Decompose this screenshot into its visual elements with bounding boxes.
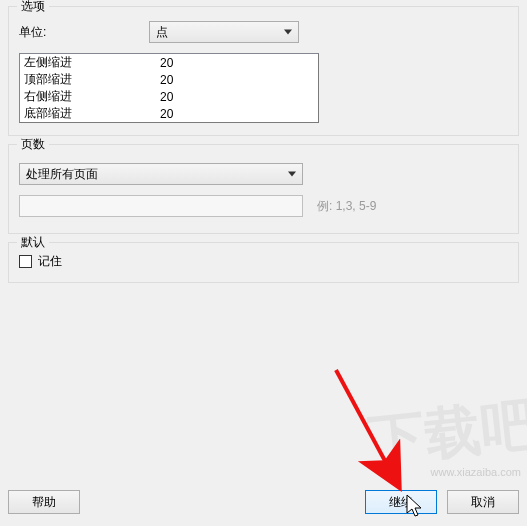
margin-key: 底部缩进: [20, 105, 158, 122]
help-button[interactable]: 帮助: [8, 490, 80, 514]
margin-key: 顶部缩进: [20, 71, 158, 88]
defaults-group: 默认 记住: [8, 242, 519, 283]
svg-line-0: [336, 370, 398, 485]
remember-checkbox-row[interactable]: 记住: [19, 253, 508, 270]
margin-val: 20: [158, 73, 173, 87]
unit-select-wrap[interactable]: [149, 21, 299, 43]
margin-val: 20: [158, 90, 173, 104]
unit-select[interactable]: [149, 21, 299, 43]
list-item[interactable]: 左侧缩进 20: [20, 54, 318, 71]
list-item[interactable]: 顶部缩进 20: [20, 71, 318, 88]
list-item[interactable]: 右侧缩进 20: [20, 88, 318, 105]
unit-label: 单位:: [19, 24, 149, 41]
page-scope-select-wrap[interactable]: [19, 163, 303, 185]
margin-key: 右侧缩进: [20, 88, 158, 105]
list-item[interactable]: 底部缩进 20: [20, 105, 318, 122]
cancel-button[interactable]: 取消: [447, 490, 519, 514]
margin-val: 20: [158, 107, 173, 121]
continue-button[interactable]: 继续: [365, 490, 437, 514]
margin-key: 左侧缩进: [20, 54, 158, 71]
page-scope-select[interactable]: [19, 163, 303, 185]
defaults-legend: 默认: [17, 234, 49, 251]
remember-label: 记住: [38, 253, 62, 270]
margins-list[interactable]: 左侧缩进 20 顶部缩进 20 右侧缩进 20 底部缩进 20: [19, 53, 319, 123]
pages-legend: 页数: [17, 136, 49, 153]
dialog-button-bar: 帮助 继续 取消: [8, 490, 519, 514]
options-group: 选项 单位: 左侧缩进 20 顶部缩进 20 右侧缩进 20 底部缩进 20: [8, 6, 519, 136]
page-range-hint: 例: 1,3, 5-9: [317, 198, 376, 215]
watermark-big: 下载吧: [365, 386, 527, 479]
remember-checkbox[interactable]: [19, 255, 32, 268]
options-legend: 选项: [17, 0, 49, 15]
margin-val: 20: [158, 56, 173, 70]
watermark-url: www.xiazaiba.com: [431, 466, 521, 478]
pages-group: 页数 例: 1,3, 5-9: [8, 144, 519, 234]
page-range-input[interactable]: [19, 195, 303, 217]
